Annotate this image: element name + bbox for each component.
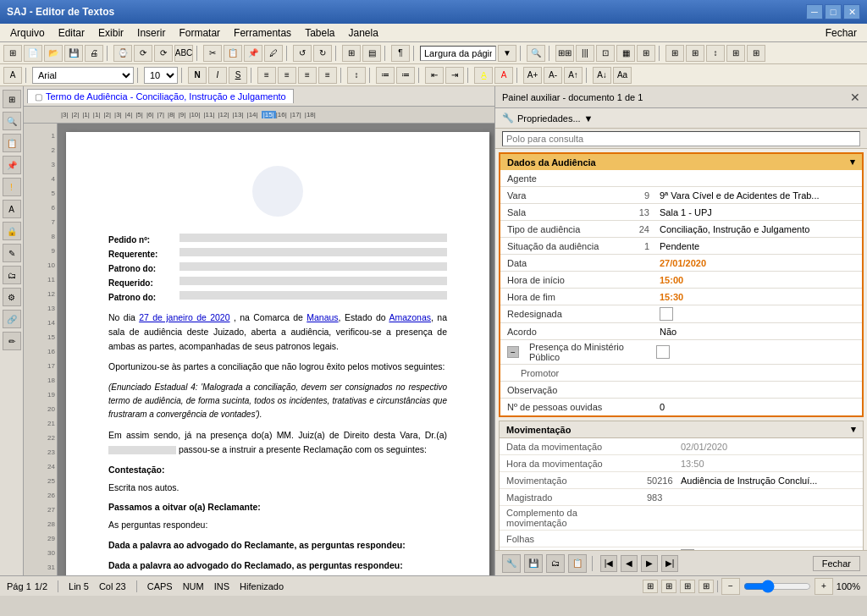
tb-copy[interactable]: 📋 [224,45,242,62]
menu-exibir[interactable]: Exibir [91,25,130,41]
tb-format-left-icon[interactable]: A [3,67,22,84]
sidebar-icon-9[interactable]: 🗂 [3,266,21,284]
shrink-font-button[interactable]: A↓ [593,67,611,84]
tb-btn-23[interactable]: ⊡ [596,45,615,62]
movimentacao-header[interactable]: Movimentação ▾ [500,421,863,438]
presenca-mp-checkbox[interactable] [656,345,670,359]
increase-font-button[interactable]: A+ [523,67,542,84]
grow-font-button[interactable]: A↑ [564,67,583,84]
tb-btn-26[interactable]: ⊞ [665,45,684,62]
align-right-button[interactable]: ≡ [298,67,317,84]
zoom-in-button[interactable]: + [815,578,833,595]
tb-btn-6[interactable]: ⟳ [134,45,152,62]
doc-scroll-area[interactable]: 1 2 3 4 5 6 7 8 9 10 11 12 13 14 15 16 1… [24,124,494,575]
numbering-button[interactable]: ≔ [396,67,415,84]
highlight-button[interactable]: A̲ [474,67,493,84]
tb-btn-27[interactable]: ⊞ [686,45,704,62]
menu-editar[interactable]: Editar [52,25,91,41]
panel-icon-1[interactable]: 🔧 [502,554,521,573]
sidebar-icon-5[interactable]: ! [3,178,21,196]
panel-scroll[interactable]: Dados da Audiência ▾ Agente Vara 9 9ª Va… [495,149,867,550]
tb-open[interactable]: 📂 [44,45,63,62]
tb-table[interactable]: ⊞ [342,45,361,62]
tb-undo[interactable]: ↺ [293,45,312,62]
tb-btn-7[interactable]: ⟳ [154,45,173,62]
sidebar-icon-11[interactable]: 🔗 [3,310,21,328]
tb-redo[interactable]: ↻ [313,45,332,62]
tb-zoom-search[interactable]: 🔍 [527,45,545,62]
line-spacing-button[interactable]: ↕ [347,67,366,84]
tb-cut[interactable]: ✂ [203,45,222,62]
tb-dropdown-width[interactable]: ▼ [498,45,516,62]
sidebar-icon-3[interactable]: 📋 [3,134,21,152]
menu-arquivo[interactable]: Arquivo [3,25,52,41]
tb-btn-21[interactable]: ⊞⊞ [555,45,574,62]
minimize-button[interactable]: ─ [806,4,823,19]
tb-paste[interactable]: 📌 [244,45,262,62]
zoom-slider[interactable] [743,580,811,593]
tb-new[interactable]: 📄 [24,45,42,62]
panel-nav-last[interactable]: ▶| [661,555,678,572]
tb-btn-17[interactable]: ▤ [362,45,381,62]
panel-icon-2[interactable]: 💾 [524,554,543,573]
tb-print[interactable]: 🖨 [85,45,103,62]
panel-nav-next[interactable]: ▶ [641,555,658,572]
menu-tabela[interactable]: Tabela [298,25,341,41]
sidebar-icon-8[interactable]: ✎ [3,244,21,262]
decrease-font-button[interactable]: A- [544,67,562,84]
redesignada-checkbox[interactable] [660,307,673,321]
change-case-button[interactable]: Aa [613,67,632,84]
polo-search-input[interactable] [502,131,860,146]
outdent-button[interactable]: ⇤ [425,67,444,84]
menu-ferramentas[interactable]: Ferramentas [227,25,298,41]
sidebar-icon-10[interactable]: ⚙ [3,288,21,306]
sidebar-icon-6[interactable]: A [3,200,21,218]
close-button[interactable]: ✕ [843,4,860,19]
page-width-input[interactable] [420,46,496,61]
sidebar-icon-1[interactable]: ⊞ [3,90,21,108]
doc-page[interactable]: Pedido nº: Requerente: Patrono do: [66,132,489,575]
presenca-mp-minus[interactable]: − [507,346,519,358]
status-icon-4[interactable]: ⊞ [699,580,714,593]
zoom-out-button[interactable]: − [721,578,740,595]
maximize-button[interactable]: □ [825,4,842,19]
tb-btn-24[interactable]: ▦ [616,45,635,62]
panel-nav-prev[interactable]: ◀ [621,555,638,572]
underline-button[interactable]: S [229,67,247,84]
panel-icon-4[interactable]: 📋 [568,554,587,573]
menu-fechar[interactable]: Fechar [819,25,864,41]
panel-icon-3[interactable]: 🗂 [546,554,565,573]
status-icon-1[interactable]: ⊞ [643,580,658,593]
properties-arrow[interactable]: ▼ [584,113,594,124]
tb-btn-8[interactable]: ABC [174,45,193,62]
status-icon-3[interactable]: ⊞ [680,580,695,593]
tb-save[interactable]: 💾 [64,45,83,62]
sidebar-icon-12[interactable]: ✏ [3,332,21,350]
align-left-button[interactable]: ≡ [257,67,276,84]
font-color-button[interactable]: A [494,67,513,84]
menu-inserir[interactable]: Inserir [130,25,172,41]
align-center-button[interactable]: ≡ [278,67,296,84]
dados-audiencia-header[interactable]: Dados da Audiência ▾ [500,154,862,170]
font-family-select[interactable]: Arial [32,67,134,84]
sidebar-icon-2[interactable]: 🔍 [3,112,21,130]
doc-tab-active[interactable]: ▢ Termo de Audiência - Conciliação, Inst… [27,89,294,103]
sidebar-icon-7[interactable]: 🔒 [3,222,21,240]
menu-janela[interactable]: Janela [342,25,385,41]
font-size-select[interactable]: 10 [144,67,178,84]
tb-icon-1[interactable]: ⊞ [3,45,22,62]
menu-formatar[interactable]: Formatar [172,25,227,41]
panel-nav-first[interactable]: |◀ [600,555,617,572]
tb-btn-30[interactable]: ⊞ [747,45,765,62]
tb-pilcrow[interactable]: ¶ [391,45,410,62]
indent-button[interactable]: ⇥ [445,67,464,84]
panel-close-icon[interactable]: ✕ [850,91,860,104]
sidebar-icon-4[interactable]: 📌 [3,156,21,174]
tb-btn-22[interactable]: ||| [576,45,594,62]
tb-btn-5[interactable]: ⌚ [113,45,132,62]
bullets-button[interactable]: ≔ [376,67,395,84]
panel-fechar-button[interactable]: Fechar [813,556,860,571]
tb-btn-12[interactable]: 🖊 [264,45,283,62]
tb-btn-25[interactable]: ⊞ [637,45,655,62]
properties-label[interactable]: Propriedades... [517,113,581,124]
